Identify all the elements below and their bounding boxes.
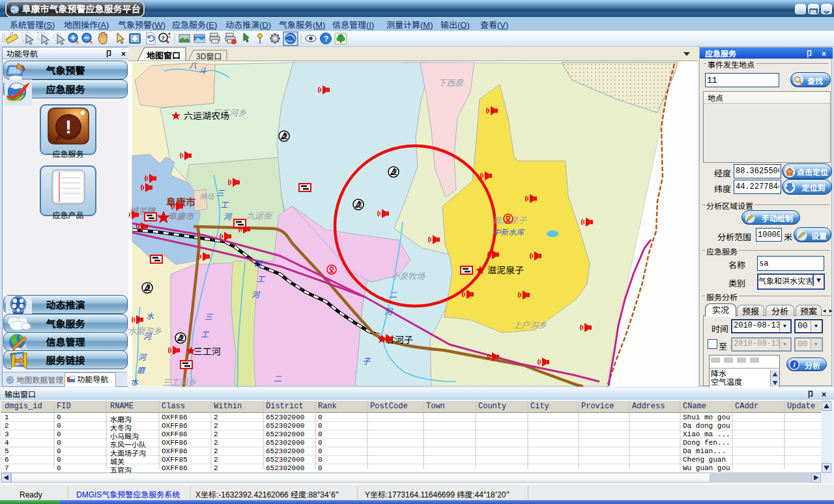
svg-text:磨: 磨 xyxy=(137,364,146,375)
svg-text:六运湖农场: 六运湖农场 xyxy=(184,109,229,122)
svg-text:工: 工 xyxy=(220,199,229,210)
svg-text:三: 三 xyxy=(216,187,225,198)
svg-text:三工河乡: 三工河乡 xyxy=(162,376,196,387)
svg-text:三: 三 xyxy=(205,311,213,322)
svg-text:水: 水 xyxy=(130,376,139,387)
svg-text:滋泥泉子: 滋泥泉子 xyxy=(487,263,524,276)
svg-text:?: ? xyxy=(324,33,328,44)
svg-text:中新水库: 中新水库 xyxy=(493,226,525,237)
svg-text:阜康市: 阜康市 xyxy=(168,210,195,222)
svg-text:神场: 神场 xyxy=(199,191,214,201)
svg-text:河: 河 xyxy=(252,288,261,300)
svg-text:三工河: 三工河 xyxy=(194,344,221,357)
svg-text:二: 二 xyxy=(274,372,282,384)
svg-text:斗: 斗 xyxy=(199,64,207,76)
svg-text:?: ? xyxy=(161,33,165,42)
svg-text:子: 子 xyxy=(362,355,371,366)
svg-text:二: 二 xyxy=(389,288,397,300)
svg-text:河: 河 xyxy=(384,305,394,316)
svg-text:上户沟乡: 上户沟乡 xyxy=(513,318,547,331)
svg-text:小泉牧场: 小泉牧场 xyxy=(391,270,425,282)
svg-text:工: 工 xyxy=(201,328,209,339)
svg-text:水: 水 xyxy=(146,310,154,321)
svg-text:九运街: 九运街 xyxy=(246,209,273,221)
svg-text:下西泉: 下西泉 xyxy=(438,76,464,89)
svg-text:河: 河 xyxy=(223,210,233,221)
svg-text:工: 工 xyxy=(257,273,265,284)
svg-text:四: 四 xyxy=(254,257,263,268)
svg-text:河: 河 xyxy=(138,351,147,362)
svg-text:!: ! xyxy=(65,111,72,139)
svg-text:滋泥泉子: 滋泥泉子 xyxy=(493,214,527,226)
svg-text:八: 八 xyxy=(189,61,197,70)
svg-text:河: 河 xyxy=(143,330,152,341)
